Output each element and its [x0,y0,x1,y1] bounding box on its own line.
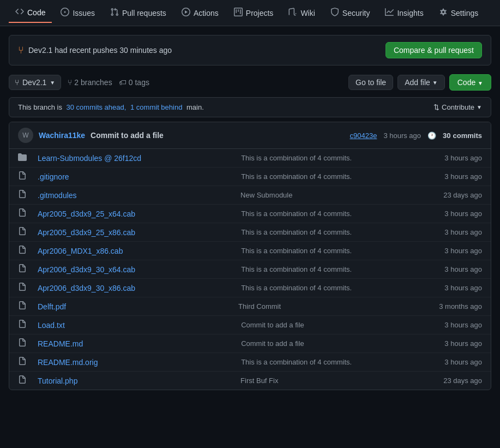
add-file-chevron-icon: ▼ [432,80,438,86]
code-icon [15,7,24,17]
file-commit-message: New Submodule [240,191,443,199]
table-row: Apr2006_d3dx9_30_x86.cabThis is a combin… [9,279,491,297]
file-commit-message: First Buf Fix [240,377,443,385]
main-content: ⑂ Dev2.1 had recent pushes 30 minutes ag… [0,26,500,399]
branch-icon: ⑂ [18,45,24,56]
file-time: 3 hours ago [444,339,482,348]
file-name[interactable]: README.md.orig [38,358,241,367]
go-to-file-button[interactable]: Go to file [348,75,393,90]
branch-bar: ⑂ Dev2.1 ▼ ⑂ 2 branches 🏷 0 tags Go to f… [9,74,491,91]
compare-pull-request-button[interactable]: Compare & pull request [385,42,482,58]
file-commit-message: This is a combination of 4 commits. [241,265,444,273]
nav-code-label: Code [27,8,45,17]
branch-chevron-icon: ▼ [50,80,55,86]
behind-commits-link[interactable]: 1 commit behind [130,103,182,111]
commit-author[interactable]: Wachira11ke [39,131,85,140]
file-name[interactable]: Learn-Submodules @ 26f12cd [38,154,241,163]
branch-selector[interactable]: ⑂ Dev2.1 ▼ [9,75,61,90]
tags-meta[interactable]: 🏷 0 tags [119,78,149,87]
table-row: Delft.pdfThird Commit3 months ago [9,297,491,316]
nav-actions[interactable]: Actions [175,3,225,22]
insights-icon [385,8,394,18]
file-name[interactable]: Apr2006_d3dx9_30_x64.cab [38,265,241,274]
nav-projects[interactable]: Projects [227,3,280,22]
file-time: 3 hours ago [444,358,482,366]
file-name[interactable]: Apr2006_MDX1_x86.cab [38,247,241,255]
file-type-icon [18,301,38,312]
nav-wiki[interactable]: Wiki [282,3,321,22]
nav-settings[interactable]: Settings [432,3,485,22]
file-type-icon [18,246,38,256]
table-row: Tutorial.phpFirst Buf Fix23 days ago [9,372,491,390]
ahead-behind-bar: This branch is 30 commits ahead, 1 commi… [9,97,491,117]
commits-label: commits [453,132,482,140]
branch-name: Dev2.1 [22,78,46,87]
table-row: Apr2005_d3dx9_25_x86.cabThis is a combin… [9,223,491,242]
file-time: 3 hours ago [444,172,482,181]
contribute-label: Contribute [442,103,474,111]
file-commit-message: Third Commit [238,302,439,310]
table-row: README.mdCommit to add a file3 hours ago [9,334,491,353]
commit-hash-link[interactable]: c90423e [350,132,377,140]
contribute-chevron-icon: ▼ [477,104,482,110]
file-time: 3 hours ago [444,228,482,236]
nav-insights[interactable]: Insights [378,3,430,22]
table-row: Apr2005_d3dx9_25_x64.cabThis is a combin… [9,205,491,223]
file-name[interactable]: .gitmodules [38,191,240,200]
file-time: 3 hours ago [444,321,482,329]
file-commit-message: This is a combination of 4 commits. [241,247,444,255]
nav-security-label: Security [342,9,370,17]
file-type-icon [18,171,38,182]
nav-settings-label: Settings [451,9,479,17]
file-type-icon [18,208,38,219]
nav-insights-label: Insights [397,9,423,17]
file-name[interactable]: Apr2005_d3dx9_25_x86.cab [38,228,241,237]
commits-number: 30 [443,132,450,140]
nav-wiki-label: Wiki [300,9,315,17]
commit-message: Commit to add a file [91,131,164,140]
file-name[interactable]: Apr2005_d3dx9_25_x64.cab [38,210,241,218]
nav-actions-label: Actions [194,9,219,17]
file-name[interactable]: Apr2006_d3dx9_30_x86.cab [38,284,241,292]
branch-right-section: Go to file Add file ▼ Code ▼ [348,74,491,91]
file-time: 3 hours ago [444,265,482,273]
file-name[interactable]: .gitignore [38,172,241,181]
banner-message: Dev2.1 had recent pushes 30 minutes ago [28,46,172,55]
nav-issues[interactable]: Issues [54,3,101,22]
table-row: .gitignoreThis is a combination of 4 com… [9,168,491,186]
file-name[interactable]: Tutorial.php [38,377,240,385]
file-table: W Wachira11ke Commit to add a file c9042… [9,122,491,390]
add-file-button[interactable]: Add file ▼ [397,75,445,90]
branch-selector-icon: ⑂ [15,78,19,87]
branches-label: branches [81,78,112,87]
file-type-icon [18,375,38,386]
ahead-commits-link[interactable]: 30 commits ahead, [67,103,126,111]
file-type-icon [18,357,38,367]
file-type-icon [18,264,38,274]
file-name[interactable]: Load.txt [38,321,241,330]
file-commit-message: This is a combination of 4 commits. [241,228,444,236]
nav-security[interactable]: Security [324,3,377,22]
table-row: Apr2006_d3dx9_30_x64.cabThis is a combin… [9,260,491,279]
branch-left-section: ⑂ Dev2.1 ▼ ⑂ 2 branches 🏷 0 tags [9,75,149,90]
nav-pull-requests[interactable]: Pull requests [104,3,173,22]
tags-label: tags [135,78,149,87]
add-file-label: Add file [405,78,430,87]
file-commit-message: This is a combination of 4 commits. [241,154,444,162]
code-button-chevron-icon: ▼ [478,80,483,86]
avatar: W [18,128,33,143]
code-button-label: Code [457,78,475,87]
file-commit-message: Commit to add a file [241,321,444,329]
file-type-icon [18,153,38,163]
branches-meta[interactable]: ⑂ 2 branches [68,78,112,87]
contribute-button[interactable]: ⇅ Contribute ▼ [433,103,482,111]
ahead-behind-text: This branch is 30 commits ahead, 1 commi… [18,103,204,111]
file-commit-message: This is a combination of 4 commits. [241,172,444,181]
file-commit-message: This is a combination of 4 commits. [241,210,444,218]
settings-icon [439,8,448,18]
commits-count[interactable]: 30 commits [443,132,482,140]
nav-code[interactable]: Code [9,3,52,23]
file-name[interactable]: Delft.pdf [38,302,238,311]
file-name[interactable]: README.md [38,339,241,348]
code-button[interactable]: Code ▼ [449,74,491,91]
